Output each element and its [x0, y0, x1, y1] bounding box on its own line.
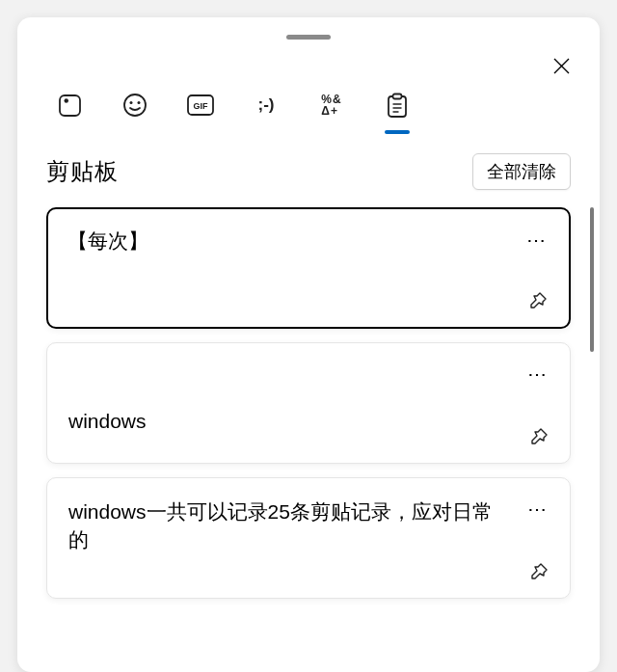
scrollbar-thumb[interactable]: [590, 207, 594, 352]
svg-text:GIF: GIF: [194, 101, 209, 111]
clipboard-item[interactable]: windows一共可以记录25条剪贴记录，应对日常的 ⋯: [46, 477, 571, 599]
gif-icon: GIF: [187, 94, 214, 116]
pin-icon: [530, 427, 549, 445]
pin-icon: [530, 562, 549, 580]
svg-rect-7: [393, 94, 402, 98]
clipboard-item-text: 【每次】: [67, 227, 550, 255]
close-button[interactable]: [546, 50, 577, 81]
svg-point-3: [138, 101, 141, 104]
clipboard-item[interactable]: ⋯ windows: [46, 342, 571, 464]
clipboard-item[interactable]: 【每次】 ⋯: [46, 207, 571, 329]
more-button[interactable]: ⋯: [527, 363, 549, 386]
svg-rect-0: [60, 95, 80, 116]
kaomoji-icon: ;-): [258, 95, 275, 115]
clipboard-item-text: windows: [68, 407, 549, 435]
more-button[interactable]: ⋯: [527, 497, 549, 521]
clipboard-icon: [387, 93, 408, 119]
clipboard-item-text: windows一共可以记录25条剪贴记录，应对日常的: [68, 497, 549, 554]
emoji-icon: [122, 93, 148, 118]
clear-all-button[interactable]: 全部清除: [472, 153, 571, 190]
drag-handle[interactable]: [286, 35, 331, 40]
svg-point-2: [130, 101, 133, 104]
pin-button[interactable]: [529, 291, 548, 309]
section-header: 剪贴板 全部清除: [46, 153, 571, 190]
symbols-icon: %&Δ+: [321, 94, 341, 117]
section-title: 剪贴板: [46, 156, 119, 187]
emoji-clipboard-panel: GIF ;-) %&Δ+ 剪贴板 全部清除 【每次】 ⋯ ⋯ windows w…: [17, 17, 600, 672]
tab-gif[interactable]: GIF: [187, 92, 214, 119]
pin-icon: [529, 291, 548, 309]
svg-point-1: [124, 94, 146, 116]
tab-symbols[interactable]: %&Δ+: [318, 92, 345, 119]
tab-kaomoji[interactable]: ;-): [253, 92, 280, 119]
pin-button[interactable]: [530, 562, 549, 580]
category-tabs: GIF ;-) %&Δ+: [46, 92, 571, 119]
tab-emoji[interactable]: [121, 92, 148, 119]
tab-stickers[interactable]: [56, 92, 83, 119]
clipboard-list: 【每次】 ⋯ ⋯ windows windows一共可以记录25条剪贴记录，应对…: [46, 207, 571, 599]
more-button[interactable]: ⋯: [526, 228, 548, 252]
pin-button[interactable]: [530, 427, 549, 445]
tab-clipboard[interactable]: [384, 92, 411, 119]
close-icon: [553, 58, 570, 74]
sticker-icon: [58, 94, 82, 118]
